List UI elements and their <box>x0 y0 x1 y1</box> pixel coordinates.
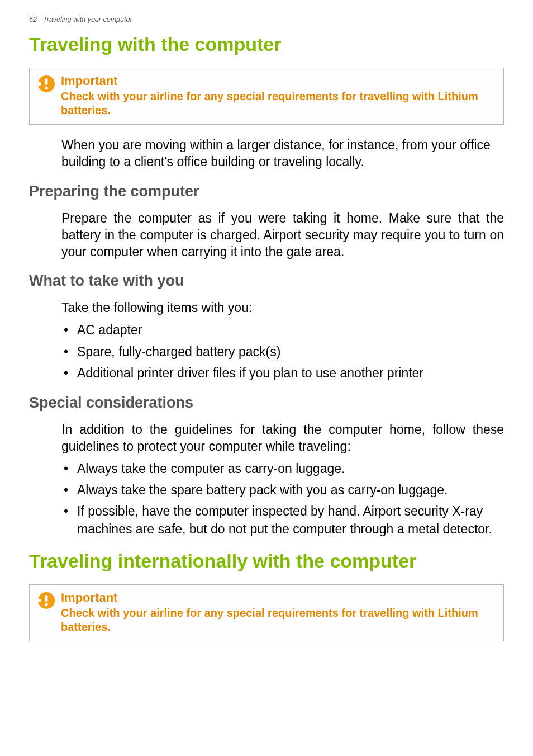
subheading-special-considerations: Special considerations <box>29 394 504 412</box>
callout-body: Check with your airline for any special … <box>61 89 496 117</box>
callout-important-2: Important Check with your airline for an… <box>29 584 504 641</box>
list-item: AC adapter <box>61 321 504 339</box>
preparing-body: Prepare the computer as if you were taki… <box>29 210 504 261</box>
list-item: Spare, fully-charged battery pack(s) <box>61 343 504 361</box>
section-title-international: Traveling internationally with the compu… <box>29 550 504 572</box>
svg-rect-5 <box>37 599 41 602</box>
special-considerations-list: Always take the computer as carry-on lug… <box>29 460 504 538</box>
list-item: Always take the spare battery pack with … <box>61 481 504 499</box>
what-to-take-lead: Take the following items with you: <box>29 300 504 316</box>
list-item: If possible, have the computer inspected… <box>61 502 504 538</box>
list-item: Additional printer driver files if you p… <box>61 364 504 382</box>
important-icon <box>37 592 55 609</box>
svg-rect-2 <box>45 78 48 85</box>
callout-title: Important <box>61 590 496 605</box>
callout-important-1: Important Check with your airline for an… <box>29 68 504 125</box>
section-title-traveling: Traveling with the computer <box>29 34 504 55</box>
important-icon <box>37 75 55 93</box>
section-intro: When you are moving within a larger dist… <box>29 137 504 171</box>
svg-rect-1 <box>37 82 41 86</box>
list-item: Always take the computer as carry-on lug… <box>61 460 504 478</box>
svg-point-3 <box>45 87 48 90</box>
special-considerations-lead: In addition to the guidelines for taking… <box>29 422 504 455</box>
subheading-preparing: Preparing the computer <box>29 183 504 200</box>
svg-point-7 <box>45 603 48 607</box>
svg-rect-6 <box>45 595 48 602</box>
callout-title: Important <box>61 74 496 88</box>
page-header: 52 - Traveling with your computer <box>29 16 504 23</box>
what-to-take-list: AC adapter Spare, fully-charged battery … <box>29 321 504 382</box>
subheading-what-to-take: What to take with you <box>29 272 504 290</box>
callout-body: Check with your airline for any special … <box>61 606 496 634</box>
